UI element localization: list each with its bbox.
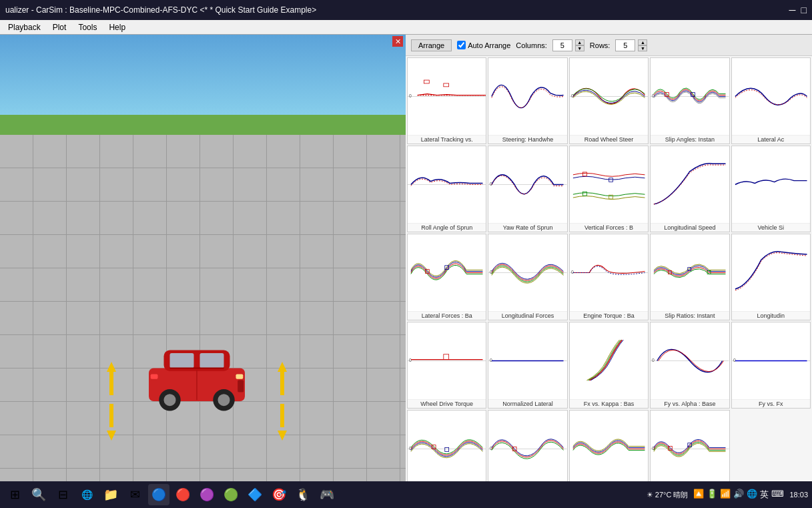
plot-cell-12[interactable]: 0 Engine Torque : Ba [569, 234, 649, 320]
app5[interactable]: 🎯 [268, 484, 290, 505]
plot-cell-14[interactable]: Longitudin [731, 234, 811, 320]
system-icons: 🔼🔋📶🔊🌐英⌨ [693, 489, 784, 501]
plot-chart-12: 0 [570, 234, 648, 311]
svg-rect-5 [280, 372, 284, 395]
plot-chart-9 [732, 146, 810, 223]
plot-cell-22[interactable]: Slip Ratios: Instant [569, 410, 649, 481]
plot-cell-5[interactable]: Roll Angle of Sprun [407, 146, 486, 232]
svg-rect-34 [582, 172, 586, 176]
plot-cell-8[interactable]: Longitudinal Speed [650, 146, 729, 232]
app2[interactable]: 🟣 [196, 484, 218, 505]
plot-chart-11: 0 [488, 234, 566, 311]
app1[interactable]: 🔴 [172, 484, 193, 505]
plot-chart-10 [408, 234, 486, 311]
minimize-button[interactable]: ─ [789, 5, 796, 15]
app4[interactable]: 🔷 [244, 484, 266, 505]
plot-chart-7 [570, 146, 648, 223]
menu-plot[interactable]: Plot [47, 21, 72, 33]
close-button[interactable]: ✕ [392, 36, 403, 47]
plot-cell-10[interactable]: Lateral Forces : Ba [407, 234, 486, 320]
plot-label-11: Longitudinal Forces [488, 311, 566, 320]
plot-chart-23: 0 [651, 411, 729, 481]
svg-rect-17 [236, 374, 244, 379]
plot-cell-7[interactable]: Vertical Forces : B [569, 146, 649, 232]
plot-chart-15: 0 [408, 322, 486, 399]
plot-chart-17 [570, 322, 648, 399]
maximize-button[interactable]: □ [801, 5, 807, 15]
plot-cell-21[interactable]: 0 Lateral Forces : Ba [488, 410, 567, 481]
plot-cell-17[interactable]: Fx vs. Kappa : Bas [569, 322, 649, 409]
rows-input[interactable] [615, 39, 635, 51]
auto-arrange-label: Auto Arrange [468, 41, 510, 49]
columns-down[interactable]: ▼ [575, 45, 584, 51]
plot-label-10: Lateral Forces : Ba [408, 311, 486, 320]
app3[interactable]: 🟢 [220, 484, 242, 505]
plot-cell-15[interactable]: 0 Wheel Drive Torque [407, 322, 486, 409]
plot-cell-2[interactable]: 0 Road Wheel Steer [569, 57, 649, 144]
plot-chart-22 [570, 411, 648, 481]
arrow-up-right [278, 362, 287, 399]
plot-cell-20[interactable]: 0 Longitudinal Forces [407, 410, 486, 481]
plot-chart-6: 0 [488, 146, 566, 223]
edge-browser[interactable]: 🌐 [76, 484, 97, 505]
mail[interactable]: ✉ [124, 484, 145, 505]
title-bar: ualizer - CarSim : Baseline-MPC-Combined… [0, 0, 812, 20]
plots-grid: 0 Lateral Tracking vs. Steering: Handwhe… [406, 56, 812, 481]
columns-up[interactable]: ▲ [575, 39, 584, 45]
window-controls: ─ □ [789, 5, 807, 15]
rows-up[interactable]: ▲ [638, 39, 647, 45]
plot-cell-1[interactable]: Steering: Handwhe [488, 57, 567, 144]
plot-cell-11[interactable]: 0 Longitudinal Forces [488, 234, 567, 320]
plot-cell-4[interactable]: Lateral Ac [731, 57, 811, 144]
plot-cell-6[interactable]: 0 Yaw Rate of Sprun [488, 146, 567, 232]
app6[interactable]: 🐧 [292, 484, 314, 505]
sky-background [0, 35, 406, 115]
file-explorer[interactable]: 📁 [100, 484, 121, 505]
plot-cell-3[interactable]: 0 Slip Angles: Instan [650, 57, 729, 144]
plot-cell-16[interactable]: 0 Normalized Lateral [488, 322, 567, 409]
browser2[interactable]: 🔵 [148, 484, 169, 505]
plot-cell-13[interactable]: Slip Ratios: Instant [650, 234, 729, 320]
svg-marker-7 [278, 431, 287, 441]
plot-chart-19: 0 [732, 322, 810, 399]
main-layout: ✕ [0, 35, 812, 481]
plots-panel: Arrange Auto Arrange Columns: ▲ ▼ Rows: … [406, 35, 812, 481]
menu-bar: Playback Plot Tools Help [0, 20, 812, 35]
search-taskbar[interactable]: 🔍 [28, 484, 49, 505]
plot-chart-8 [651, 146, 729, 223]
svg-rect-11 [200, 353, 224, 368]
hills-background [0, 115, 406, 135]
svg-rect-49 [444, 354, 449, 360]
rows-down[interactable]: ▼ [638, 45, 647, 51]
arrange-button[interactable]: Arrange [411, 39, 452, 51]
menu-tools[interactable]: Tools [73, 21, 102, 33]
plot-cell-19[interactable]: 0 Fy vs. Fx [731, 322, 811, 409]
plot-chart-2: 0 [570, 58, 648, 135]
svg-marker-0 [107, 362, 116, 372]
plot-label-13: Slip Ratios: Instant [651, 311, 729, 320]
plot-label-8: Longitudinal Speed [651, 223, 729, 232]
app7[interactable]: 🎮 [316, 484, 338, 505]
plot-cell-23[interactable]: 0 Slip Angles: Instan [650, 410, 729, 481]
plot-label-7: Vertical Forces : B [570, 223, 648, 232]
start-button[interactable]: ⊞ [4, 484, 25, 505]
menu-help[interactable]: Help [103, 21, 131, 33]
task-view[interactable]: ⊟ [52, 484, 73, 505]
plot-chart-18: 0 [651, 322, 729, 399]
svg-text:0: 0 [409, 358, 412, 362]
columns-input[interactable] [552, 39, 572, 51]
plot-label-15: Wheel Drive Torque [408, 399, 486, 408]
taskbar: ⊞ 🔍 ⊟ 🌐 📁 ✉ 🔵 🔴 🟣 🟢 🔷 🎯 🐧 🎮 ☀ 27°C 晴朗 🔼🔋… [0, 481, 812, 508]
auto-arrange-checkbox[interactable] [457, 41, 466, 49]
plot-cell-0[interactable]: 0 Lateral Tracking vs. [407, 57, 486, 144]
road-grid [0, 135, 406, 481]
plot-cell-9[interactable]: Vehicle Si [731, 146, 811, 232]
plot-label-6: Yaw Rate of Sprun [488, 223, 566, 232]
arrow-up-left [107, 362, 116, 399]
plot-chart-1 [488, 58, 566, 135]
plot-label-19: Fy vs. Fx [732, 399, 810, 408]
plot-cell-18[interactable]: 0 Fy vs. Alpha : Base [650, 322, 729, 409]
plot-chart-13 [651, 234, 729, 311]
menu-playback[interactable]: Playback [3, 21, 46, 33]
svg-marker-3 [107, 431, 116, 441]
